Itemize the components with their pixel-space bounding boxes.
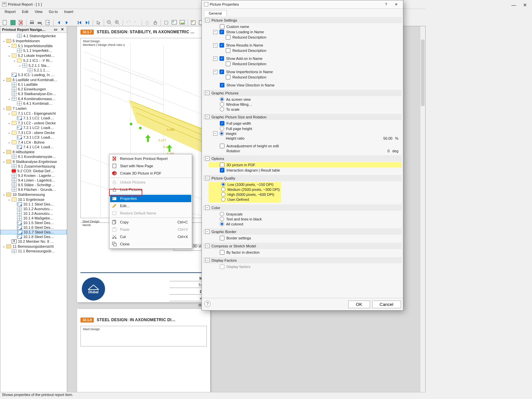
tb-settings-icon[interactable] <box>190 19 197 26</box>
ctx-create-3d-picture-in-pdf[interactable]: Create 3D Picture in PDF <box>110 170 191 177</box>
tree-item[interactable]: ⌄8 Hilfsobjekte <box>0 149 67 154</box>
expand-icon[interactable]: ⌄ <box>2 192 6 197</box>
nav-prev-icon[interactable] <box>55 19 63 26</box>
expand-icon[interactable]: ⌄ <box>18 63 22 67</box>
tree-item[interactable]: ⌄7.2 LC2 - untere Decke <box>0 120 67 125</box>
menu-insert[interactable]: Insert <box>62 9 76 14</box>
ctx-start-with-new-page[interactable]: Start with New Page <box>110 162 191 170</box>
tb-print-icon[interactable] <box>28 19 36 26</box>
tree-item[interactable]: ⌄7.1 LC1 - Eigengewicht <box>0 111 67 116</box>
tb-select-icon[interactable] <box>163 19 170 26</box>
tb-save-icon[interactable] <box>9 19 17 26</box>
tree-item[interactable]: 6.2 Einwirkungen <box>0 87 67 91</box>
tree-item[interactable]: ⌄5.1 Imperfektionsfälle <box>0 43 67 48</box>
tree-item[interactable]: 9.4 Linien - Lagerkrä… <box>0 178 67 183</box>
rb-full-page-height[interactable] <box>220 126 224 131</box>
dialog-help-button[interactable]: ? <box>204 300 211 308</box>
rb-height[interactable] <box>219 131 224 136</box>
collapse-icon[interactable]: − <box>213 43 217 48</box>
cb-show-view-dir[interactable] <box>220 83 224 87</box>
dialog-close-icon[interactable]: ✕ <box>391 0 401 8</box>
expand-icon[interactable]: ⌄ <box>7 44 11 48</box>
cb-reduced-desc[interactable] <box>226 62 230 66</box>
tree-item[interactable]: 11.1 Bemessungsüb… <box>0 249 67 253</box>
menu-edit[interactable]: Edit <box>19 9 31 14</box>
tree-item[interactable]: 6.1 Lastfälle <box>0 82 67 87</box>
rb-q-med[interactable] <box>221 187 225 192</box>
cb-custom-name[interactable] <box>220 24 224 29</box>
tree-item[interactable]: 7.2.1 LC2: Loadi… <box>0 125 67 130</box>
tree-item[interactable]: ⌄10 Stahlbemessung <box>0 192 67 197</box>
tb-link-icon[interactable] <box>125 19 132 26</box>
tree-item[interactable]: 10.1.7 Steel Des… <box>0 230 67 234</box>
rb-window-filling[interactable] <box>220 102 224 106</box>
tree-item[interactable]: ⌄5.2 Lokale Imperfekt… <box>0 53 67 58</box>
cb-reduced-desc[interactable] <box>226 35 230 40</box>
cb-border-settings[interactable] <box>220 236 224 240</box>
ctx-cut[interactable]: CutCtrl+X <box>110 233 191 240</box>
tb-lock-icon[interactable] <box>152 19 159 26</box>
tree-item[interactable]: 9.2 CO3: Global Def… <box>0 169 67 173</box>
window-minimize-icon[interactable]: — <box>509 2 519 8</box>
cb-3d-pdf[interactable] <box>220 163 224 167</box>
rb-all-colored[interactable] <box>220 222 224 226</box>
tree-item[interactable]: 5.2.1.1…. <box>0 68 67 72</box>
dialog-help-icon[interactable]: ? <box>381 0 391 8</box>
tree-item[interactable]: 10.1.8 Steel Des… <box>0 234 67 239</box>
tree-item[interactable]: ⌄9 Statikanalyse-Ergebnisse <box>0 159 67 164</box>
collapse-icon[interactable]: − <box>205 115 209 119</box>
zoom-in-icon[interactable] <box>114 19 121 26</box>
expand-icon[interactable]: ⌄ <box>7 96 11 101</box>
tree-item[interactable]: ⌄11 Bemessungsübersicht <box>0 244 67 249</box>
collapse-icon[interactable]: − <box>213 57 217 61</box>
expand-icon[interactable]: ⌄ <box>2 159 6 164</box>
tree-item[interactable]: ⌄5.2.1 IC1 - -Y Ri… <box>0 58 67 63</box>
window-close-icon[interactable]: ✕ <box>520 2 530 8</box>
tree-item[interactable]: ⌄6 Lastfälle und Kombinati… <box>0 77 67 82</box>
tree-item[interactable]: 5.1.1 Imperfekti… <box>0 48 67 53</box>
tree-item[interactable]: 6.3 Statikanalyse-Ein… <box>0 91 67 96</box>
expand-icon[interactable]: ⌄ <box>2 244 6 248</box>
ctx-remove-from-printout-report[interactable]: Remove from Printout Report <box>110 155 191 162</box>
tree-item[interactable]: ⌄10.1 Ergebnisse <box>0 197 67 202</box>
tb-unlock-icon[interactable] <box>144 19 151 26</box>
cb-display-factors[interactable] <box>220 264 224 269</box>
nav-last-icon[interactable] <box>84 19 91 26</box>
tree-item[interactable]: 10.1.1 Steel Des… <box>0 202 67 206</box>
menu-report[interactable]: Report <box>2 9 18 14</box>
ctx-edit-[interactable]: Edit… <box>110 202 191 209</box>
tree-item[interactable]: ⌄5.2.1.1 Sta… <box>0 63 67 68</box>
zoom-out-icon[interactable] <box>106 19 113 26</box>
tree-item[interactable]: 10.1.6 Steel Des… <box>0 225 67 230</box>
collapse-icon[interactable]: − <box>205 258 209 262</box>
expand-icon[interactable]: ⌄ <box>7 53 11 58</box>
expand-icon[interactable]: ⌄ <box>7 111 11 115</box>
tree-item[interactable]: 5.3 IC1: Loading, In … <box>0 72 67 77</box>
ctx-properties[interactable]: Properties <box>110 195 191 202</box>
collapse-icon[interactable]: − <box>205 229 209 234</box>
collapse-icon[interactable]: − <box>213 70 217 74</box>
tree-item[interactable]: ⌄7.4 LC4 - Bühne <box>0 140 67 145</box>
tab-general[interactable]: General <box>204 10 227 16</box>
tree-item[interactable]: 10.1.3 Ausnutzu… <box>0 211 67 216</box>
collapse-icon[interactable]: − <box>213 30 217 34</box>
cb-by-factor[interactable] <box>220 250 224 255</box>
cb-autoadjust[interactable] <box>220 144 224 148</box>
tree-item[interactable]: ⌄6.4 Kombinationsass… <box>0 96 67 101</box>
rb-q-user[interactable] <box>221 197 225 201</box>
cb-reduced-desc[interactable] <box>226 75 230 79</box>
panel-undock-icon[interactable]: ▭ <box>53 27 59 31</box>
expand-icon[interactable]: ⌄ <box>12 58 16 63</box>
collapse-icon[interactable]: − <box>205 205 209 210</box>
cb-interaction[interactable] <box>220 168 224 173</box>
expand-icon[interactable]: ⌄ <box>7 197 11 201</box>
tree-item[interactable]: ⌄7 Lasten <box>0 106 67 111</box>
collapse-icon[interactable]: − <box>205 244 209 248</box>
tree-item[interactable]: 10.1.2 Ausnutzu… <box>0 206 67 211</box>
cb-full-page-width[interactable] <box>220 121 224 126</box>
collapse-icon[interactable]: − <box>205 176 209 180</box>
tree-item[interactable]: ⌄5 Imperfektionen <box>0 38 67 43</box>
tree-item[interactable]: 9.3 Knoten - Lagerkr… <box>0 173 67 178</box>
cancel-button[interactable]: Cancel <box>372 301 401 308</box>
expand-icon[interactable]: ⌄ <box>2 150 6 154</box>
